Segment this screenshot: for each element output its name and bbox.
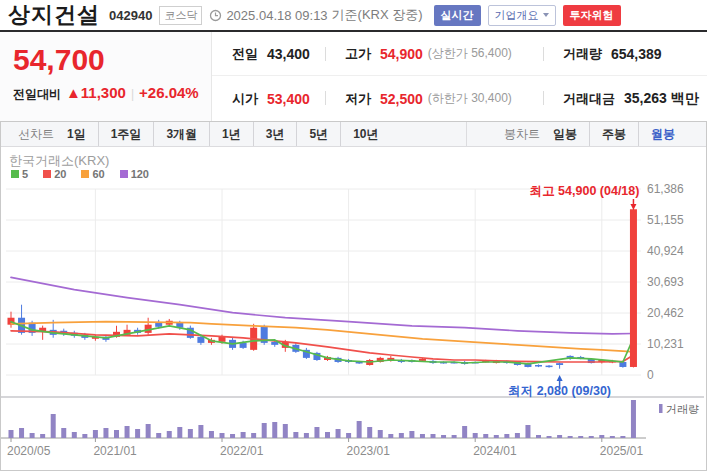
volume-bar [72, 432, 77, 438]
y-axis-label: 51,155 [647, 213, 684, 227]
volume-bar [420, 434, 425, 438]
caret-down-icon [543, 13, 549, 17]
stat-low: 저가 52,500 (하한가 30,400) [325, 76, 543, 121]
volume-bar [525, 425, 530, 438]
header: 상지건설 042940 코스닥 2025.04.18 09:13 기준(KRX … [0, 0, 707, 30]
volume-bar [599, 435, 604, 438]
x-axis-label: 2025/01 [600, 444, 644, 458]
stat-trade-value: 거래대금 35,263 백만 [543, 76, 707, 121]
high-annotation: 최고 54,900 (04/18) [530, 184, 640, 198]
volume-bar [304, 433, 309, 438]
candle [240, 343, 247, 348]
volume-bar [230, 434, 235, 438]
volume-bar [314, 427, 319, 438]
candle [271, 342, 278, 345]
realtime-badge[interactable]: 실시간 [434, 5, 481, 26]
volume-bar [156, 433, 161, 438]
candle [219, 337, 226, 342]
price-chart-svg: 61,38651,15540,92430,69320,46210,2310202… [1, 147, 704, 470]
ma60-line [11, 322, 634, 352]
volume-bar [378, 430, 383, 438]
tab-5year[interactable]: 5년 [296, 122, 328, 146]
volume-bar [357, 421, 362, 438]
change-value: ▲11,300 [66, 84, 126, 101]
arrow-down-head [630, 204, 636, 210]
change-separator: | [131, 87, 134, 101]
volume-bar [346, 433, 351, 438]
volume-bar [125, 426, 130, 438]
volume-bar [93, 430, 98, 438]
y-axis-label: 0 [647, 368, 654, 382]
x-axis-label: 2021/01 [93, 444, 137, 458]
volume-bar [220, 433, 225, 438]
stat-prev-close: 전일 43,400 [212, 32, 325, 76]
tab-10year[interactable]: 10년 [340, 122, 378, 146]
volume-bar [610, 436, 615, 438]
candle [535, 365, 542, 367]
volume-bar [61, 428, 66, 438]
ma5-line [11, 322, 634, 364]
volume-bar [494, 435, 499, 438]
volume-bar [283, 424, 288, 438]
chart-toolbar: 선차트 1일 1주일 3개월 1년 3년 5년 10년 봉차트 일봉 주봉 월봉 [1, 122, 706, 147]
volume-swatch-icon [659, 404, 663, 413]
volume-bar [367, 427, 372, 438]
ma120-line [11, 277, 634, 333]
volume-bar [103, 428, 108, 438]
volume-bar [631, 400, 636, 438]
volume-bar [441, 435, 446, 438]
stock-name: 상지건설 [8, 0, 100, 30]
market-badge: 코스닥 [159, 6, 202, 25]
volume-bar [547, 436, 552, 438]
volume-bar [336, 429, 341, 438]
volume-bar [452, 435, 457, 438]
tab-1week[interactable]: 1주일 [98, 122, 142, 146]
volume-bar [557, 435, 562, 438]
volume-bar [188, 429, 193, 438]
volume-bar [504, 434, 509, 438]
volume-bar [473, 433, 478, 438]
volume-bar [620, 436, 625, 438]
volume-bar [135, 429, 140, 438]
volume-bar [241, 432, 246, 438]
volume-bar [409, 431, 414, 438]
chart-area: 한국거래소(KRX) 5 20 60 120 6 [1, 147, 704, 470]
volume-bar [483, 434, 488, 438]
x-axis-label: 2022/01 [220, 444, 264, 458]
volume-bar [568, 436, 573, 438]
company-overview-label: 기업개요 [495, 8, 539, 23]
volume-bar [82, 434, 87, 438]
volume-bar [589, 436, 594, 438]
volume-bar [388, 434, 393, 438]
quote-stats-grid: 전일 43,400 고가 54,900 (상한가 56,400) 거래량 654… [212, 32, 707, 121]
y-axis-label: 40,924 [647, 244, 684, 258]
volume-bar [198, 425, 203, 438]
tab-1year[interactable]: 1년 [209, 122, 241, 146]
price-change-row: 전일대비 ▲11,300 | +26.04% [13, 84, 211, 103]
change-label: 전일대비 [13, 86, 61, 103]
tab-3month[interactable]: 3개월 [153, 122, 197, 146]
stat-volume: 거래량 654,389 [543, 32, 707, 76]
volume-bar [51, 414, 56, 438]
volume-bar [293, 432, 298, 438]
tab-weekly-candle[interactable]: 주봉 [589, 122, 626, 146]
volume-bar [19, 428, 24, 438]
stock-code: 042940 [109, 8, 152, 23]
company-overview-button[interactable]: 기업개요 [488, 5, 556, 26]
volume-legend-label: 거래량 [666, 403, 699, 415]
volume-bar [462, 426, 467, 438]
chart-box: 선차트 1일 1주일 3개월 1년 3년 5년 10년 봉차트 일봉 주봉 월봉… [0, 121, 707, 471]
stat-open: 시가 53,400 [212, 76, 325, 121]
tab-monthly-candle[interactable]: 월봉 [638, 122, 675, 146]
y-axis-label: 10,231 [647, 337, 684, 351]
line-chart-label: 선차트 [18, 122, 54, 146]
volume-bar [114, 430, 119, 438]
tab-daily-candle[interactable]: 일봉 [553, 122, 577, 146]
volume-bar [251, 433, 256, 438]
line-chart-tabs: 선차트 1일 1주일 3개월 1년 3년 5년 10년 [1, 122, 378, 146]
y-axis-label: 61,386 [647, 182, 684, 196]
candle [155, 323, 162, 327]
tab-1day[interactable]: 1일 [67, 122, 86, 146]
volume-bar [262, 423, 267, 438]
tab-3year[interactable]: 3년 [253, 122, 285, 146]
